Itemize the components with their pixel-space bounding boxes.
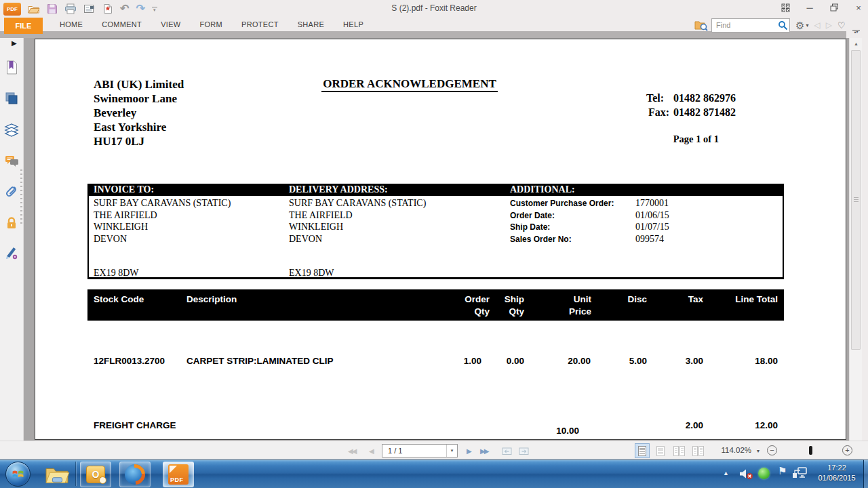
network-icon[interactable] <box>792 467 808 479</box>
volume-muted-icon[interactable] <box>739 468 753 480</box>
page-number-display: 1 / 1 <box>382 447 446 455</box>
action-center-flag-icon[interactable]: ⚑ <box>778 465 787 477</box>
show-hidden-icons-button[interactable]: ▲ <box>723 470 729 476</box>
restore-icon[interactable] <box>829 2 840 13</box>
tab-home[interactable]: HOME <box>50 18 92 31</box>
pages-icon[interactable] <box>4 91 19 106</box>
page-number-box[interactable]: 1 / 1 ▾ <box>382 444 458 458</box>
tab-comment[interactable]: COMMENT <box>92 18 151 31</box>
next-view-icon[interactable] <box>519 441 529 460</box>
taskbar-outlook-button[interactable]: O <box>80 462 111 487</box>
col-stock-code: Stock Code <box>94 293 144 306</box>
first-page-button[interactable]: ◀◀ <box>348 441 355 460</box>
tab-form[interactable]: FORM <box>190 18 232 31</box>
scrollbar-up-icon[interactable]: ▲ <box>850 38 863 49</box>
signature-icon[interactable] <box>4 245 19 260</box>
tel-number: 01482 862976 <box>673 92 736 104</box>
page-number-caret-icon[interactable]: ▾ <box>446 445 457 457</box>
security-icon[interactable] <box>4 216 19 230</box>
close-icon[interactable]: × <box>853 2 864 13</box>
taskbar-separator <box>75 462 77 486</box>
cell-disc: 5.00 <box>629 356 647 366</box>
find-options-icon[interactable]: ⚙ ▾ <box>795 20 808 30</box>
taskbar-foxit-button[interactable]: PDF <box>163 462 194 487</box>
facing-view-icon[interactable] <box>671 443 686 458</box>
col-unit-price-l2: Price <box>569 306 591 317</box>
cell-stock-code: FREIGHT CHARGE <box>94 420 176 430</box>
scrollbar-thumb-grip <box>854 197 859 203</box>
company-address-line: HU17 0LJ <box>94 134 184 148</box>
previous-view-icon[interactable] <box>502 441 512 460</box>
continuous-facing-glyph <box>692 446 704 456</box>
right-margin-strip <box>862 38 868 441</box>
company-address-line: Swinemoor Lane <box>94 92 184 106</box>
address-box: SURF BAY CARAVANS (STATIC) THE AIRFIELD … <box>87 196 784 279</box>
zoom-out-button[interactable]: − <box>767 445 777 455</box>
layers-icon[interactable] <box>4 123 19 138</box>
taskbar-firefox-button[interactable] <box>119 462 151 487</box>
table-row: FREIGHT CHARGE 10.00 2.00 12.00 <box>87 420 784 434</box>
outlook-clock-badge <box>99 476 106 484</box>
tab-help[interactable]: HELP <box>334 18 373 31</box>
comments-icon[interactable] <box>4 154 19 169</box>
find-previous-icon[interactable]: ◁ <box>814 20 820 30</box>
col-order-qty: OrderQty <box>465 293 490 318</box>
collapse-ribbon-icon[interactable]: ▴▾ <box>852 30 861 34</box>
delivery-line: THE AIRFIELD <box>289 209 426 222</box>
col-tax: Tax <box>688 293 703 306</box>
find-next-icon[interactable]: ▷ <box>826 20 832 30</box>
zoom-in-button[interactable]: + <box>842 445 852 455</box>
tray-clock[interactable]: 17:22 01/06/2015 <box>811 463 863 483</box>
bookmarks-icon[interactable] <box>4 60 19 75</box>
page-info: Page 1 of 1 <box>673 134 719 145</box>
cell-order-qty: 1.00 <box>464 356 481 366</box>
additional-label: Ship Date: <box>510 222 614 234</box>
search-icon[interactable] <box>778 20 788 30</box>
show-desktop-button[interactable] <box>863 460 868 488</box>
tab-share[interactable]: SHARE <box>288 18 334 31</box>
last-page-button[interactable]: ▶▶ <box>480 441 488 460</box>
vertical-scrollbar[interactable]: ▲ <box>849 38 862 441</box>
pdf-page: ABI (UK) Limited Swinemoor Lane Beverley… <box>35 39 846 440</box>
zoom-caret-icon[interactable]: ▾ <box>757 441 760 460</box>
single-page-view-icon[interactable] <box>635 443 650 458</box>
gear-caret-icon: ▾ <box>806 22 808 28</box>
col-unit-price-l1: Unit <box>574 294 591 304</box>
search-folder-icon[interactable] <box>694 20 708 31</box>
tab-file[interactable]: FILE <box>4 18 43 34</box>
cell-tax: 2.00 <box>686 420 703 430</box>
invoice-line: SURF BAY CARAVANS (STATIC) <box>94 197 231 209</box>
fax-label: Fax: <box>648 106 669 118</box>
continuous-facing-view-icon[interactable] <box>690 443 705 458</box>
zoom-slider-handle[interactable] <box>809 446 812 455</box>
delivery-line: WINKLEIGH <box>289 221 426 233</box>
delivery-postcode: EX19 8DW <box>289 268 334 279</box>
navigation-panel: ▶ <box>0 38 24 441</box>
taskbar-explorer-button[interactable] <box>42 462 72 487</box>
favorite-icon[interactable]: ♡ <box>837 20 846 30</box>
col-line-total: Line Total <box>735 293 778 306</box>
start-button[interactable] <box>5 462 31 487</box>
find-box <box>711 18 790 33</box>
additional-values: 1770001 01/06/15 01/07/15 099574 <box>635 197 669 245</box>
col-ship-qty-l2: Qty <box>509 306 524 317</box>
delivery-address-header: DELIVERY ADDRESS: <box>289 184 388 195</box>
arrange-windows-icon[interactable] <box>780 2 791 13</box>
minimize-icon[interactable]: ─ <box>804 2 815 13</box>
continuous-view-icon[interactable] <box>653 443 668 458</box>
tray-status-icon[interactable] <box>758 468 770 479</box>
attachment-icon[interactable] <box>4 184 19 199</box>
panel-expand-icon[interactable]: ▶ <box>12 39 17 47</box>
previous-page-button[interactable]: ◀ <box>369 441 373 460</box>
foxit-pdf-icon: PDF <box>168 464 189 485</box>
panel-resize-grip[interactable] <box>20 169 22 225</box>
scrollbar-thumb[interactable] <box>851 50 861 350</box>
invoice-to-header: INVOICE TO: <box>94 184 154 195</box>
document-area: ABI (UK) Limited Swinemoor Lane Beverley… <box>24 38 868 441</box>
col-order-qty-l1: Order <box>465 294 490 304</box>
foxit-page-curl <box>170 466 177 473</box>
company-name: ABI (UK) Limited <box>94 77 184 92</box>
next-page-button[interactable]: ▶ <box>467 441 471 460</box>
tab-protect[interactable]: PROTECT <box>232 18 288 31</box>
tab-view[interactable]: VIEW <box>151 18 190 31</box>
